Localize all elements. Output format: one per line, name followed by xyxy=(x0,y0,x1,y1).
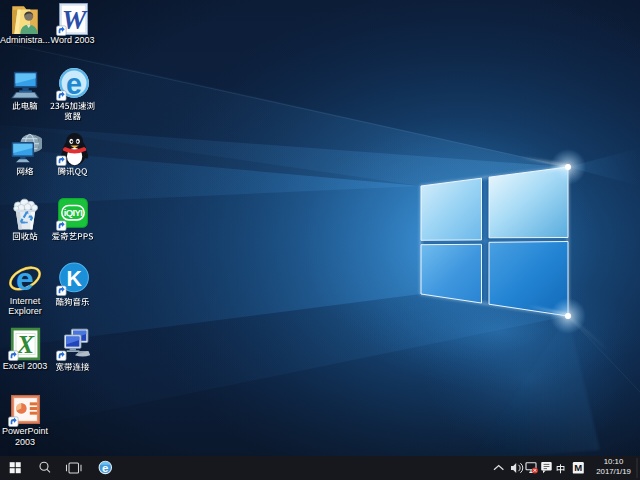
svg-text:M: M xyxy=(574,462,582,473)
svg-text:X: X xyxy=(16,330,35,359)
svg-text:10:10: 10:10 xyxy=(604,457,624,466)
svg-text:e: e xyxy=(66,67,82,99)
svg-text:e: e xyxy=(16,262,34,296)
svg-text:iQIYI: iQIYI xyxy=(64,207,84,218)
svg-text:2017/1/19: 2017/1/19 xyxy=(596,467,631,476)
svg-text:K: K xyxy=(66,267,82,291)
svg-text:e: e xyxy=(102,462,108,474)
